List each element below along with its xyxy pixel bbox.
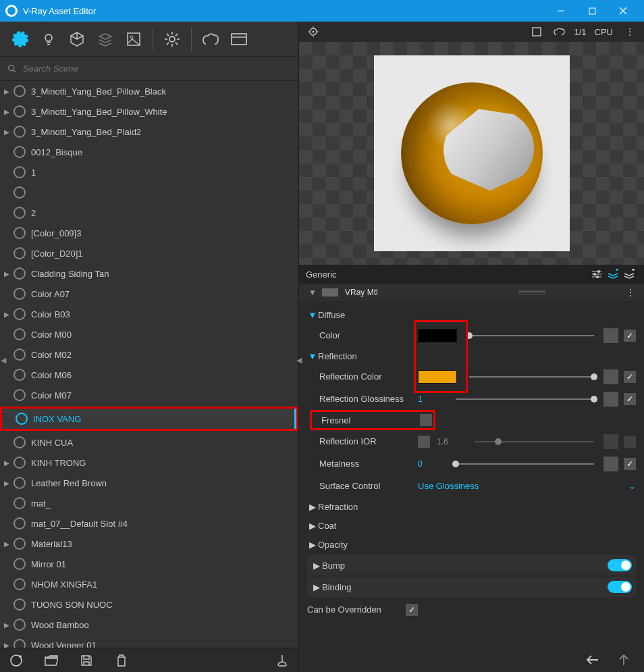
diffuse-tex-check[interactable]: ✓ — [624, 330, 636, 342]
group-refraction[interactable]: ▶Refraction — [307, 497, 636, 516]
reflection-tex-check[interactable]: ✓ — [624, 371, 636, 383]
material-name: KINH CUA — [31, 438, 73, 448]
reflection-color-swatch[interactable] — [418, 370, 457, 384]
binding-toggle[interactable] — [608, 581, 632, 593]
material-item[interactable]: Mirror 01 — [0, 554, 298, 574]
material-item[interactable]: ▶Wood Veneer 01 — [0, 635, 298, 648]
window-close[interactable] — [608, 0, 639, 22]
material-item[interactable]: Color M07 — [0, 385, 298, 405]
add-asset-icon[interactable] — [8, 652, 24, 669]
open-icon[interactable] — [43, 652, 59, 669]
material-item[interactable]: ▶3_Minotti_Yang_Bed_Pillow_Black — [0, 81, 298, 101]
material-item[interactable]: KINH CUA — [0, 432, 298, 453]
material-item[interactable]: [Color_009]3 — [0, 223, 298, 243]
ior-slider[interactable] — [475, 435, 594, 448]
diffuse-tex-button[interactable] — [603, 328, 618, 343]
layer-menu-icon[interactable]: ⋮ — [626, 288, 635, 297]
fresnel-row: Fresnel — [310, 410, 435, 430]
material-item[interactable]: ▶3_Minotti_Yang_Bed_Pillow_White — [0, 101, 298, 122]
render-icon[interactable] — [197, 26, 224, 53]
glossiness-tex-check[interactable]: ✓ — [624, 393, 636, 405]
svg-line-15 — [167, 34, 169, 36]
panel-splitter[interactable]: ◀ — [296, 347, 302, 374]
material-item[interactable]: 1 — [0, 162, 298, 182]
bump-toggle[interactable] — [608, 559, 632, 571]
window-minimize[interactable] — [545, 0, 576, 22]
material-list[interactable]: ▶3_Minotti_Yang_Bed_Pillow_Black▶3_Minot… — [0, 81, 298, 648]
window-maximize[interactable] — [576, 0, 608, 22]
fresnel-check[interactable] — [420, 414, 432, 426]
glossiness-slider[interactable] — [456, 392, 594, 406]
material-item[interactable]: ▶3_Minotti_Yang_Bed_Plaid2 — [0, 122, 298, 142]
material-item[interactable]: mat_07__Default Slot #4 — [0, 513, 298, 534]
delete-icon[interactable] — [113, 652, 130, 669]
settings-icon[interactable] — [159, 26, 186, 53]
material-item[interactable]: ▶Leather Red Brown — [0, 473, 298, 493]
layer-row[interactable]: ▼ VRay Mtl ⋮ — [299, 284, 644, 301]
metalness-tex-check[interactable]: ✓ — [624, 458, 636, 470]
diffuse-color-swatch[interactable] — [418, 329, 457, 342]
search-input[interactable] — [18, 61, 292, 76]
material-item[interactable]: ▶Material13 — [0, 534, 298, 554]
material-item[interactable]: mat_ — [0, 493, 298, 513]
panel-collapse-left[interactable]: ◀ — [0, 347, 7, 374]
chevron-down-icon[interactable]: ⌄ — [628, 481, 636, 491]
metalness-slider[interactable] — [456, 457, 594, 471]
material-item[interactable]: 2 — [0, 203, 298, 223]
group-bump[interactable]: ▶Bump — [307, 555, 636, 575]
group-coat[interactable]: ▶Coat — [307, 516, 636, 535]
group-reflection[interactable]: ▼Reflection — [307, 346, 636, 365]
preview-engine[interactable]: CPU — [595, 27, 613, 37]
ior-tex-check[interactable] — [624, 436, 636, 448]
layers-tab-icon[interactable] — [92, 26, 119, 53]
group-opacity[interactable]: ▶Opacity — [307, 535, 636, 554]
ior-value[interactable]: 1.6 — [437, 437, 469, 446]
preview-lock-icon[interactable] — [304, 23, 322, 41]
material-item[interactable]: ▶Cladding Siding Tan — [0, 263, 298, 284]
materials-tab-icon[interactable] — [7, 26, 34, 53]
surface-control-value[interactable]: Use Glossiness — [418, 481, 479, 491]
framebuffer-icon[interactable] — [225, 26, 252, 53]
material-name: Color M07 — [31, 390, 72, 400]
group-diffuse[interactable]: ▼Diffuse — [307, 305, 636, 324]
metalness-value[interactable]: 0 — [418, 459, 450, 469]
diffuse-color-slider[interactable] — [469, 329, 594, 342]
material-item[interactable]: Color M00 — [0, 324, 298, 344]
metalness-tex-button[interactable] — [603, 457, 618, 471]
add-layer-icon[interactable] — [605, 266, 621, 282]
purge-icon[interactable] — [274, 652, 290, 669]
save-icon[interactable] — [78, 652, 95, 669]
glossiness-tex-button[interactable] — [603, 392, 618, 407]
save-preset-icon[interactable] — [621, 266, 637, 282]
adjust-icon[interactable] — [589, 266, 605, 282]
material-item[interactable]: NHOM XINGFA1 — [0, 574, 298, 594]
material-item[interactable]: ▶KINH TRONG — [0, 453, 298, 473]
reflection-color-slider[interactable] — [469, 370, 594, 384]
material-item[interactable]: Color M06 — [0, 365, 298, 385]
material-item[interactable]: Color M02 — [0, 344, 298, 365]
geometry-tab-icon[interactable] — [63, 26, 90, 53]
up-icon[interactable] — [616, 652, 632, 668]
material-item[interactable]: 0012_Bisque — [0, 142, 298, 162]
material-item[interactable]: TUONG SON NUOC — [0, 594, 298, 615]
material-item[interactable]: [Color_D20]1 — [0, 243, 298, 263]
preview-menu-icon[interactable]: ⋮ — [621, 23, 639, 41]
material-item[interactable]: INOX VANG — [2, 409, 296, 429]
preview-teapot-icon[interactable] — [551, 23, 568, 41]
reflection-tex-button[interactable] — [603, 369, 618, 384]
textures-tab-icon[interactable] — [120, 26, 147, 53]
glossiness-value[interactable]: 1 — [418, 394, 450, 404]
ior-lock[interactable] — [418, 436, 430, 448]
back-icon[interactable] — [585, 652, 601, 668]
group-binding[interactable]: ▶Binding — [307, 577, 636, 597]
preview-ratio[interactable]: 1/1 — [574, 27, 586, 37]
material-item[interactable]: Color A07 — [0, 284, 298, 304]
material-item[interactable]: ▶Color B03 — [0, 304, 298, 324]
material-swatch-icon — [14, 389, 26, 401]
material-item[interactable] — [0, 182, 298, 203]
override-check[interactable]: ✓ — [406, 604, 418, 616]
preview-size-icon[interactable] — [528, 23, 545, 41]
lights-tab-icon[interactable] — [35, 26, 62, 53]
material-item[interactable]: ▶Wood Bamboo — [0, 615, 298, 635]
ior-tex-button[interactable] — [603, 434, 618, 449]
